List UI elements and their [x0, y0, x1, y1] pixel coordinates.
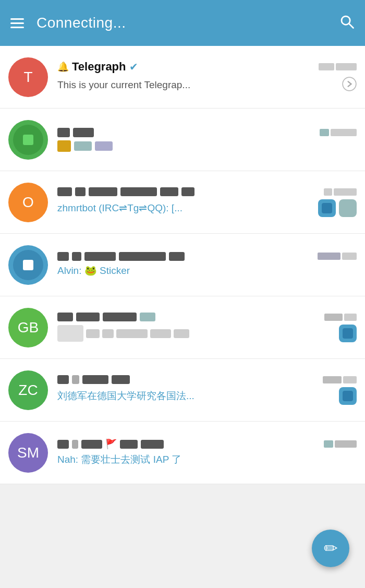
chat-preview-3: zhmrtbot (IRC⇌Tg⇌QQ): [...: [57, 201, 182, 215]
chat-preview-6: 刘德军在德国大学研究各国法...: [57, 389, 194, 403]
chat-header-telegraph: 🔔 Telegraph ✔: [57, 60, 357, 74]
chat-name-row-5: [57, 313, 324, 321]
top-bar: Connecting...: [0, 0, 365, 46]
chat-item-2[interactable]: [0, 109, 365, 171]
chat-content-4: Alvin: 🐸 Sticker: [57, 252, 357, 278]
avatar-chat3: O: [8, 183, 48, 222]
chat-name-telegraph: Telegraph: [72, 60, 126, 74]
unread-icon-3b: [339, 199, 357, 217]
chat-name-row-2: [57, 128, 320, 137]
unread-icon-3: [318, 199, 336, 217]
chat-content-2: [57, 128, 357, 152]
chat-item-4[interactable]: Alvin: 🐸 Sticker: [0, 234, 365, 296]
preview-row-3: zhmrtbot (IRC⇌Tg⇌QQ): [...: [57, 199, 357, 217]
avatar-chat4: [8, 245, 48, 285]
chat-name-row-7: 🚩: [57, 438, 324, 450]
action-icon-5: [339, 325, 357, 342]
hamburger-line-2: [10, 22, 24, 24]
hamburger-line-3: [10, 27, 24, 28]
chat-content-5: [57, 313, 357, 342]
chat-item-6[interactable]: ZC 刘德军在德国大学研究各国法...: [0, 359, 365, 422]
time-chat4: [318, 253, 357, 260]
chat-list: T 🔔 Telegraph ✔ This is your current Tel…: [0, 46, 365, 484]
avatar-square-chat4: [23, 260, 33, 270]
chat-item-3[interactable]: O zhmrtbot (IRC⇌Tg⇌QQ): [...: [0, 171, 365, 234]
page-title: Connecting...: [36, 15, 326, 31]
preview-row-2: [57, 140, 357, 152]
verified-icon-telegraph: ✔: [129, 61, 138, 73]
avatar-telegraph: T: [8, 57, 48, 97]
time-telegraph: [319, 63, 357, 70]
chat-header-3: [57, 187, 357, 196]
chat-name-row-3: [57, 187, 324, 196]
avatar-chat5: GB: [8, 308, 48, 347]
chat-item-5[interactable]: GB: [0, 296, 365, 359]
preview-row-6: 刘德军在德国大学研究各国法...: [57, 387, 357, 405]
search-button[interactable]: [339, 14, 355, 33]
chat-content-6: 刘德军在德国大学研究各国法...: [57, 375, 357, 405]
time-chat2: [320, 129, 357, 136]
mute-icon-telegraph: 🔔: [57, 61, 69, 73]
time-chat7: [324, 440, 357, 448]
chat-header-5: [57, 313, 357, 321]
chat-content-telegraph: 🔔 Telegraph ✔ This is your current Teleg…: [57, 60, 357, 94]
time-chat6: [323, 376, 357, 383]
chat-name-row-6: [57, 375, 323, 384]
avatar-chat2: [8, 120, 48, 160]
chat-header-2: [57, 128, 357, 137]
chat-header-7: 🚩: [57, 438, 357, 450]
hamburger-line-1: [10, 18, 24, 20]
preview-row-5: [57, 325, 357, 342]
time-chat5: [324, 314, 357, 321]
preview-row-7: Nah: 需要壮士去测试 IAP 了: [57, 453, 357, 467]
chat-name-row-telegraph: 🔔 Telegraph ✔: [57, 60, 319, 74]
avatar-inner-chat2: [13, 125, 43, 155]
forward-icon-telegraph: [342, 77, 357, 94]
action-icon-6: [339, 387, 357, 405]
avatar-chat7: SM: [8, 433, 48, 473]
compose-icon: ✏: [324, 538, 338, 558]
chat-preview-4: Alvin: 🐸 Sticker: [57, 264, 130, 278]
avatar-chat6: ZC: [8, 370, 48, 410]
svg-line-1: [349, 23, 353, 28]
svg-point-2: [343, 77, 356, 91]
chat-content-3: zhmrtbot (IRC⇌Tg⇌QQ): [...: [57, 187, 357, 217]
compose-fab[interactable]: ✏: [312, 530, 349, 567]
time-chat3: [324, 188, 357, 196]
chat-header-4: [57, 252, 357, 261]
avatar-square-chat2: [23, 135, 33, 145]
chat-preview-7: Nah: 需要壮士去测试 IAP 了: [57, 453, 181, 467]
menu-button[interactable]: [10, 18, 24, 28]
chat-item-telegraph[interactable]: T 🔔 Telegraph ✔ This is your current Tel…: [0, 46, 365, 109]
preview-row-telegraph: This is your current Telegrap...: [57, 77, 357, 94]
chat-header-6: [57, 375, 357, 384]
chat-item-7[interactable]: SM 🚩 Nah: 需要壮士去测试 IAP 了: [0, 422, 365, 484]
avatar-inner-chat4: [13, 250, 43, 280]
chat-preview-telegraph: This is your current Telegrap...: [57, 78, 190, 92]
chat-name-row-4: [57, 252, 318, 261]
chat-content-7: 🚩 Nah: 需要壮士去测试 IAP 了: [57, 438, 357, 467]
preview-row-4: Alvin: 🐸 Sticker: [57, 264, 357, 278]
